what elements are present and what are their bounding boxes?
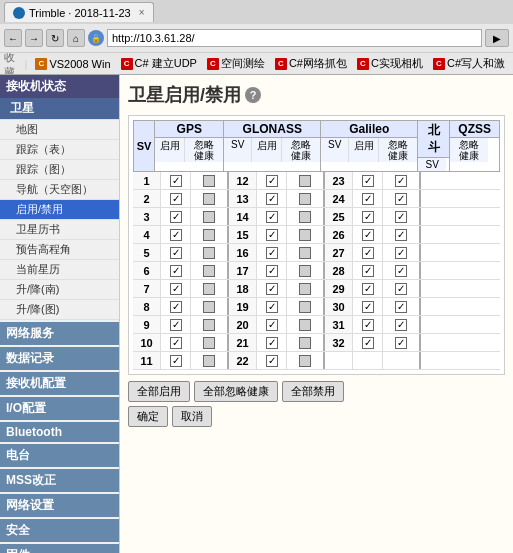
sidebar-item-skymap[interactable]: 导航（天空图） [0,180,119,200]
back-button[interactable]: ← [4,29,22,47]
beidou-sv-header: SV [418,158,446,171]
table-row: 7✓18✓29✓✓ [133,280,500,298]
galileo-sub-headers: SV 启用 忽略健康 [321,138,417,162]
bookmark-icon-space: C [207,58,219,70]
bookmark-cwrite[interactable]: C C#写人和激 [429,55,509,72]
bookmark-space[interactable]: C 空间测绘 [203,55,269,72]
gps-enable-header: 启用 [155,138,185,162]
sidebar-section-radio[interactable]: 电台 [0,444,119,467]
galileo-sv-header: SV [321,138,349,162]
galileo-group-header: Galileo SV 启用 忽略健康 [321,120,418,172]
beidou-header-label: 北斗 [418,121,449,158]
satellite-table: SV GPS 启用 忽略健康 GLONASS SV 启用 忽略健康 [128,115,505,375]
table-row: 11✓22✓ [133,352,500,370]
cancel-button[interactable]: 取消 [172,406,212,427]
help-icon[interactable]: ? [245,87,261,103]
sidebar-section-status: 接收机状态 [0,75,119,98]
bookmark-icon-net: C [275,58,287,70]
tab-bar: Trimble · 2018-11-23 × [0,0,513,24]
tab-favicon [13,7,25,19]
forward-button[interactable]: → [25,29,43,47]
glonass-sv-header: SV [224,138,252,162]
sidebar-item-rise-chart[interactable]: 升/降(图) [0,300,119,320]
sidebar-item-track-chart[interactable]: 跟踪（图） [0,160,119,180]
address-bar: ← → ↻ ⌂ 🔒 ▶ [0,24,513,52]
action-buttons: 确定 取消 [128,406,505,427]
glonass-sub-headers: SV 启用 忽略健康 [224,138,320,162]
sidebar-section-network-settings[interactable]: 网络设置 [0,494,119,517]
gps-group-header: GPS 启用 忽略健康 [155,120,224,172]
sidebar-item-ephemeris[interactable]: 当前星历 [0,260,119,280]
table-row: 6✓17✓28✓✓ [133,262,500,280]
gps-sub-headers: 启用 忽略健康 [155,138,223,162]
confirm-button[interactable]: 确定 [128,406,168,427]
gps-header-label: GPS [155,121,223,138]
sidebar-section-bluetooth[interactable]: Bluetooth [0,422,119,442]
sidebar-item-almanac[interactable]: 卫星历书 [0,220,119,240]
page-title: 卫星启用/禁用 ? [128,83,505,107]
sidebar-item-rise-table[interactable]: 升/降(南) [0,280,119,300]
galileo-ignore-header: 忽略健康 [379,138,417,162]
bookmark-icon-cwrite: C [433,58,445,70]
sidebar-section-mss[interactable]: MSS改正 [0,469,119,492]
table-row: 5✓16✓27✓✓ [133,244,500,262]
main-area: 接收机状态 卫星 地图 跟踪（表） 跟踪（图） 导航（天空图） 启用/禁用 卫星… [0,75,513,553]
bookmarks-bar: ★ 收藏 ▾ | C VS2008 Win C C# 建立UDP C 空间测绘 … [0,52,513,74]
table-header: SV GPS 启用 忽略健康 GLONASS SV 启用 忽略健康 [133,120,500,172]
bookmark-net[interactable]: C C#网络抓包 [271,55,351,72]
enable-all-button[interactable]: 全部启用 [128,381,190,402]
sidebar-section-firmware[interactable]: 固件 [0,544,119,553]
table-row: 3✓14✓25✓✓ [133,208,500,226]
address-input[interactable] [107,29,482,47]
tab-label: Trimble · 2018-11-23 [29,7,131,19]
glonass-ignore-header: 忽略健康 [282,138,320,162]
qzss-header-label: QZSS [450,121,499,138]
sidebar-section-receiver-config[interactable]: 接收机配置 [0,372,119,395]
sidebar-item-satellite[interactable]: 卫星 [0,98,119,120]
table-row: 8✓19✓30✓✓ [133,298,500,316]
table-row: 2✓13✓24✓✓ [133,190,500,208]
qzss-ignore-header: 忽略健康 [450,138,488,162]
disable-all-button[interactable]: 全部禁用 [282,381,344,402]
gps-ignore-header: 忽略健康 [185,138,223,162]
ignore-all-button[interactable]: 全部忽略健康 [194,381,278,402]
tab-close[interactable]: × [139,7,145,18]
bottom-buttons: 全部启用 全部忽略健康 全部禁用 [128,381,505,402]
ssl-icon: 🔒 [88,30,104,46]
sidebar-section-network[interactable]: 网络服务 [0,322,119,345]
content-panel: 卫星启用/禁用 ? SV GPS 启用 忽略健康 GLONASS [120,75,513,553]
table-row: 10✓21✓32✓✓ [133,334,500,352]
sidebar-section-logging[interactable]: 数据记录 [0,347,119,370]
browser-tab[interactable]: Trimble · 2018-11-23 × [4,2,154,22]
table-body: 1✓12✓23✓✓2✓13✓24✓✓3✓14✓25✓✓4✓15✓26✓✓5✓16… [133,172,500,370]
go-button[interactable]: ▶ [485,29,509,47]
glonass-header-label: GLONASS [224,121,320,138]
table-row: 1✓12✓23✓✓ [133,172,500,190]
table-row: 4✓15✓26✓✓ [133,226,500,244]
bookmark-udp[interactable]: C C# 建立UDP [117,55,201,72]
galileo-enable-header: 启用 [349,138,379,162]
refresh-button[interactable]: ↻ [46,29,64,47]
qzss-group-header: QZSS 忽略健康 [450,120,500,172]
sv-column-header: SV [133,120,155,172]
glonass-group-header: GLONASS SV 启用 忽略健康 [224,120,321,172]
bookmarks-label: ★ 收藏 ▾ [4,52,21,74]
sidebar-item-track-table[interactable]: 跟踪（表） [0,140,119,160]
beidou-group-header: 北斗 SV [418,120,450,172]
glonass-enable-header: 启用 [252,138,282,162]
sidebar-section-security[interactable]: 安全 [0,519,119,542]
sidebar-section-io[interactable]: I/O配置 [0,397,119,420]
sidebar-item-map[interactable]: 地图 [0,120,119,140]
home-button[interactable]: ⌂ [67,29,85,47]
bookmark-icon-vs: C [35,58,47,70]
qzss-sub-headers: 忽略健康 [450,138,499,162]
sidebar: 接收机状态 卫星 地图 跟踪（表） 跟踪（图） 导航（天空图） 启用/禁用 卫星… [0,75,120,553]
beidou-sub-headers: SV [418,158,449,171]
bookmark-icon-cam: C [357,58,369,70]
bookmark-icon-udp: C [121,58,133,70]
sidebar-item-enable-disable[interactable]: 启用/禁用 [0,200,119,220]
bookmark-cam[interactable]: C C实现相机 [353,55,427,72]
sidebar-item-elevation[interactable]: 预告高程角 [0,240,119,260]
bookmark-vs2008[interactable]: C VS2008 Win [31,57,114,71]
browser-chrome: Trimble · 2018-11-23 × ← → ↻ ⌂ 🔒 ▶ ★ 收藏 … [0,0,513,75]
